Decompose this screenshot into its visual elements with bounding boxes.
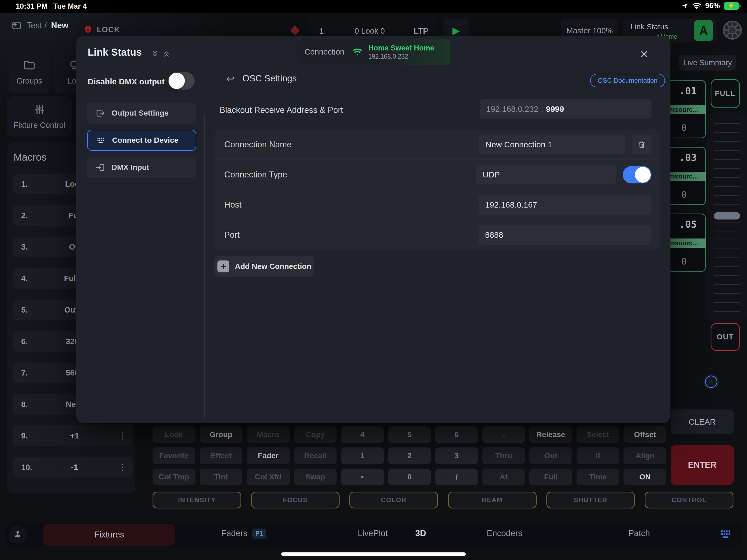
fixture-id: .01 — [679, 85, 705, 96]
port-row: Port 8888 — [214, 220, 660, 250]
connection-chip[interactable]: Connection Home Sweet Home 192.168.0.232 — [297, 39, 450, 65]
host-input[interactable]: 192.168.0.167 — [479, 195, 651, 215]
keypad-key[interactable]: • — [341, 469, 384, 485]
more-options-icon[interactable]: ⋮ — [118, 462, 127, 472]
modal-nav-output-settings[interactable]: Output Settings — [87, 103, 196, 124]
keypad-key[interactable]: At — [482, 469, 525, 485]
keypad-key[interactable]: Thru — [482, 447, 525, 464]
blackout-port: 9999 — [546, 104, 564, 114]
connection-ip: 192.168.0.232 — [368, 53, 434, 60]
keypad-key[interactable]: 2 — [388, 447, 431, 464]
more-options-icon[interactable]: ⋮ — [118, 431, 127, 441]
keypad-key[interactable]: Fader — [247, 447, 290, 464]
live-summary-button[interactable]: Live Summary — [679, 55, 737, 71]
keypad-key[interactable]: Full — [529, 469, 572, 485]
joystick-button[interactable] — [9, 526, 26, 543]
keypad-key[interactable]: ON — [623, 469, 666, 485]
keypad-key[interactable]: Effect — [200, 447, 243, 464]
sidebar-item-groups[interactable]: Groups — [9, 51, 50, 93]
connection-name-row: Connection Name New Connection 1 — [214, 129, 660, 160]
port-input[interactable]: 8888 — [479, 225, 651, 245]
keypad-key[interactable]: Align — [623, 447, 666, 464]
keypad-key[interactable]: – — [482, 426, 525, 443]
keypad-key[interactable]: Look — [153, 426, 196, 443]
upload-button[interactable]: ↑ — [703, 374, 719, 390]
full-button[interactable]: FULL — [711, 79, 740, 108]
sidebar-item-fixture-control[interactable]: Fixture Control — [7, 96, 72, 136]
fixture-value: 0 — [681, 123, 687, 133]
macro-item[interactable]: 10. -1 ⋮ — [13, 457, 133, 478]
keypad-key[interactable]: 0 — [388, 469, 431, 485]
keypad-key[interactable]: 5 — [388, 426, 431, 443]
connection-type-input[interactable]: UDP — [476, 165, 616, 185]
blackout-address-input[interactable]: 192.168.0.232 : 9999 — [480, 99, 651, 119]
date: Tue Mar 4 — [53, 2, 87, 10]
keypad-key[interactable]: Favorite — [153, 447, 196, 464]
keypad-key[interactable]: Macro — [247, 426, 290, 443]
keypad-key[interactable]: 1 — [341, 447, 384, 464]
settings-wheel-icon[interactable] — [722, 20, 742, 40]
disable-dmx-toggle[interactable] — [168, 72, 195, 89]
home-indicator[interactable] — [281, 552, 466, 556]
category-button[interactable]: COLOR — [349, 491, 438, 508]
delete-connection-button[interactable] — [632, 135, 651, 154]
keypad-key[interactable]: 3 — [435, 447, 478, 464]
out-button[interactable]: OUT — [711, 323, 740, 351]
keypad-key[interactable]: 4 — [341, 426, 384, 443]
keypad-key[interactable]: Select — [576, 426, 619, 443]
keypad-key[interactable]: Time — [576, 469, 619, 485]
category-button[interactable]: SHUTTER — [546, 491, 635, 508]
wifi-icon — [692, 2, 701, 9]
clock: 10:31 PM — [16, 2, 48, 10]
chevron-double-up-icon[interactable] — [162, 50, 170, 57]
tab-3d[interactable]: 3D — [415, 529, 426, 538]
keypad-key[interactable]: / — [435, 469, 478, 485]
trash-icon — [637, 140, 646, 149]
tab-fixtures[interactable]: Fixtures — [44, 524, 175, 545]
breadcrumb[interactable]: Test / New — [11, 20, 69, 31]
macro-number: 4. — [21, 274, 28, 283]
keypad-key[interactable]: Out — [529, 447, 572, 464]
back-icon: ↩ — [226, 73, 235, 85]
keypad-key[interactable]: if — [576, 447, 619, 464]
macro-number: 2. — [21, 211, 28, 220]
connection-name-input[interactable]: New Connection 1 — [479, 135, 625, 154]
keypad-key[interactable]: Group — [200, 426, 243, 443]
tab-patch[interactable]: Patch — [628, 529, 650, 538]
command-keypad: LookGroupMacroCopy456–ReleaseSelectOffse… — [153, 426, 666, 485]
back-button[interactable]: ↩ — [223, 71, 238, 86]
osc-documentation-button[interactable]: OSC Documentation — [590, 74, 665, 87]
connection-enabled-toggle[interactable] — [623, 166, 651, 183]
keypad-key[interactable]: Col Xfd — [247, 469, 290, 485]
keypad-key[interactable]: 6 — [435, 426, 478, 443]
keypad-key[interactable]: Tint — [200, 469, 243, 485]
category-button[interactable]: BEAM — [448, 491, 537, 508]
macro-item[interactable]: 9. +1 ⋮ — [13, 425, 133, 446]
add-new-connection-button[interactable]: + Add New Connection — [214, 256, 314, 277]
modal-nav-dmx-input[interactable]: DMX Input — [87, 157, 196, 178]
category-button[interactable]: CONTROL — [645, 491, 733, 508]
clear-button[interactable]: CLEAR — [671, 409, 734, 434]
keypad-key[interactable]: Recall — [294, 447, 337, 464]
keypad-key[interactable]: Offset — [623, 426, 666, 443]
keypad-key[interactable]: Copy — [294, 426, 337, 443]
tab-faders[interactable]: Faders — [221, 529, 247, 538]
keypad-toggle-button[interactable] — [717, 526, 735, 543]
folder-icon — [23, 59, 36, 72]
fixture-value: 0 — [681, 189, 687, 200]
tab-encoders[interactable]: Encoders — [487, 529, 522, 538]
close-button[interactable]: ✕ — [636, 46, 652, 62]
category-button[interactable]: INTENSITY — [153, 491, 241, 508]
enter-button[interactable]: ENTER — [671, 445, 734, 485]
keypad-key[interactable]: Swap — [294, 469, 337, 485]
keypad-key[interactable]: Col Tmp — [153, 469, 196, 485]
tab-liveplot[interactable]: LivePlot — [358, 529, 388, 538]
joystick-icon — [12, 529, 23, 540]
chevron-double-down-icon[interactable] — [151, 50, 159, 57]
avatar[interactable]: A — [694, 20, 713, 41]
keypad-key[interactable]: Release — [529, 426, 572, 443]
project-icon — [11, 20, 22, 31]
modal-nav-connect-to-device[interactable]: Connect to Device — [87, 130, 196, 151]
category-button[interactable]: FOCUS — [251, 491, 340, 508]
master-fader-handle[interactable] — [714, 212, 740, 219]
